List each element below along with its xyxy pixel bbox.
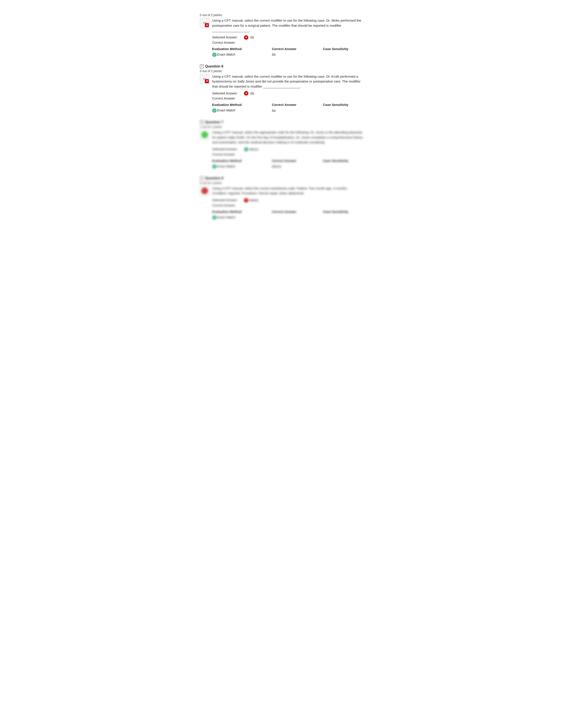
- q5-correct-answer-header: Correct Answer: [272, 46, 323, 52]
- q6-question-text: Using a CPT manual, select the correct m…: [212, 74, 363, 89]
- q5-correct-answer-value: 55: [272, 52, 323, 58]
- q5-eval-table: Evaluation Method Correct Answer Case Se…: [212, 46, 376, 58]
- q8-heading: ? Question 8: [200, 176, 363, 180]
- q6-heading-text: Question 6: [205, 64, 223, 68]
- q8-selected-answer-row: Selected Answer: ✕00832: [212, 198, 363, 203]
- q8-icon-box: [200, 186, 209, 196]
- q5-eval-method-value: ✓Exact Match: [212, 52, 272, 58]
- q5-case-sensitivity-header: Case Sensitivity: [323, 46, 376, 52]
- wrong-icon: ✕: [244, 35, 248, 40]
- q8-correct-answer-value: [272, 214, 323, 221]
- q8-marker-icon: ?: [200, 176, 204, 180]
- q6-case-sensitivity-header: Case Sensitivity: [323, 102, 376, 107]
- q8-points: 0 out of 1 points: [200, 181, 363, 185]
- wrong-icon-q6: ✕: [244, 91, 248, 96]
- question-7-block: ? Question 7 1 out of 1 points Using a C…: [200, 120, 363, 170]
- question-5-block: 0 out of 2 points ✏ ✕ Using a CPT manual…: [200, 13, 363, 58]
- q6-selected-label: Selected Answer:: [212, 91, 243, 95]
- q7-case-sensitivity-header: Case Sensitivity: [323, 158, 376, 163]
- q6-eval-method-header: Evaluation Method: [212, 102, 272, 107]
- check-icon-q7: ✓: [244, 147, 248, 152]
- q8-selected-label: Selected Answer:: [212, 198, 243, 202]
- q5-selected-label: Selected Answer:: [212, 35, 243, 39]
- q8-case-sensitivity-header: Case Sensitivity: [323, 209, 376, 214]
- q7-correct-answer-header: Correct Answer: [272, 158, 323, 163]
- q7-content: Using a CPT manual, select the appropria…: [200, 130, 363, 145]
- green-check-icon: ✓: [212, 53, 216, 57]
- q8-correct-answer-row: Correct Answer:: [212, 203, 363, 207]
- q8-content: Using a CPT manual, select the correct a…: [200, 186, 363, 196]
- q6-icon-box: ✏ ✕: [200, 74, 209, 84]
- q5-points: 0 out of 2 points: [200, 13, 363, 17]
- q7-question-text: Using a CPT manual, select the appropria…: [212, 130, 363, 145]
- question-6-block: ? Question 6 0 out of 2 points ✏ ✕ Using…: [200, 64, 363, 114]
- q7-selected-answer-row: Selected Answer: ✓99222: [212, 147, 363, 152]
- q6-selected-value: ✕-55: [244, 91, 254, 96]
- q7-correct-label: Correct Answer:: [212, 152, 243, 156]
- q6-eval-table: Evaluation Method Correct Answer Case Se…: [212, 102, 376, 114]
- green-dot-icon: [201, 131, 208, 138]
- q8-selected-value: ✕00832: [244, 198, 258, 203]
- wrong-x-icon: ✕: [205, 23, 209, 27]
- wrong-icon-q8: ✕: [244, 198, 248, 203]
- q6-points: 0 out of 2 points: [200, 69, 363, 73]
- q5-eval-method-header: Evaluation Method: [212, 46, 272, 52]
- q7-correct-answer-row: Correct Answer:: [212, 152, 363, 156]
- q7-heading: ? Question 7: [200, 120, 363, 124]
- q8-case-sensitivity-value: [323, 214, 376, 221]
- red-dot-icon: [201, 188, 208, 194]
- q6-marker-icon: ?: [200, 64, 204, 68]
- q7-marker-icon: ?: [200, 120, 204, 124]
- q5-selected-value: ✕-55: [244, 35, 254, 40]
- green-check-icon-q6: ✓: [212, 108, 216, 113]
- q7-selected-label: Selected Answer:: [212, 147, 243, 151]
- q5-case-sensitivity-value: [323, 52, 376, 58]
- q5-correct-label: Correct Answer:: [212, 41, 243, 44]
- q5-icon-box: ✏ ✕: [200, 18, 209, 28]
- q6-correct-answer-header: Correct Answer: [272, 102, 323, 107]
- q8-correct-label: Correct Answer:: [212, 203, 243, 207]
- q8-eval-method-value: ✓Exact Match: [212, 214, 272, 221]
- q6-selected-answer-row: Selected Answer: ✕-55: [212, 91, 363, 96]
- q5-selected-answer-row: Selected Answer: ✕-55: [212, 35, 363, 40]
- q7-points: 1 out of 1 points: [200, 125, 363, 129]
- q5-question-text: Using a CPT manual, select the correct m…: [212, 18, 363, 33]
- q6-correct-label: Correct Answer:: [212, 96, 243, 100]
- q8-eval-table: Evaluation Method Correct Answer Case Se…: [212, 209, 376, 221]
- q8-question-text: Using a CPT manual, select the correct a…: [212, 186, 363, 196]
- q6-eval-method-value: ✓Exact Match: [212, 107, 272, 114]
- green-check-icon-q8: ✓: [212, 215, 216, 220]
- q7-selected-value: ✓99222: [244, 147, 258, 152]
- q7-icon-box: [200, 130, 209, 140]
- q5-content: ✏ ✕ Using a CPT manual, select the corre…: [200, 18, 363, 33]
- q6-case-sensitivity-value: [323, 107, 376, 114]
- q6-correct-answer-value: 54: [272, 107, 323, 114]
- q7-heading-text: Question 7: [205, 120, 223, 124]
- q7-case-sensitivity-value: [323, 163, 376, 170]
- q6-content: ✏ ✕ Using a CPT manual, select the corre…: [200, 74, 363, 89]
- q7-eval-table: Evaluation Method Correct Answer Case Se…: [212, 158, 376, 170]
- q7-eval-method-value: ✓Exact Match: [212, 163, 272, 170]
- q7-correct-answer-value: 99223: [272, 163, 323, 170]
- q6-heading: ? Question 6: [200, 64, 363, 68]
- wrong-x-icon-q6: ✕: [205, 79, 209, 83]
- q6-correct-answer-row: Correct Answer:: [212, 96, 363, 100]
- q7-eval-method-header: Evaluation Method: [212, 158, 272, 163]
- q8-heading-text: Question 8: [205, 176, 223, 180]
- q8-correct-answer-header: Correct Answer: [272, 209, 323, 214]
- q8-eval-method-header: Evaluation Method: [212, 209, 272, 214]
- q5-correct-answer-row: Correct Answer:: [212, 41, 363, 44]
- question-8-block: ? Question 8 0 out of 1 points Using a C…: [200, 176, 363, 221]
- green-check-icon-q7: ✓: [212, 164, 216, 169]
